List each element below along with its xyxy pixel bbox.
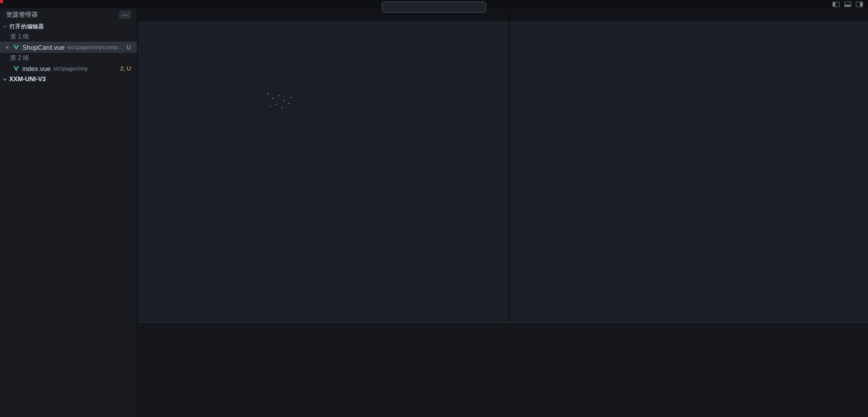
layout-sidebar-icon[interactable] xyxy=(833,1,840,9)
open-editor-shopcard-vue[interactable]: ×ShopCard.vuesrc\pages\my\comp...U xyxy=(0,42,137,53)
explorer-title: 资源管理器 xyxy=(6,11,38,19)
open-editors-label: 打开的编辑器 xyxy=(10,23,44,30)
open-editor-index-vue[interactable]: index.vuesrc\pages\my2, U xyxy=(0,63,137,74)
breadcrumb xyxy=(138,21,509,32)
explorer-sidebar: 资源管理器 ⋯ 打开的编辑器 第 1 组×ShopCard.vuesrc\pag… xyxy=(0,8,137,417)
editor-group-right xyxy=(510,8,868,322)
file-name: ShopCard.vue xyxy=(22,44,64,51)
git-badge: 2, U xyxy=(120,65,133,72)
vue-icon xyxy=(13,45,20,50)
bottom-panel xyxy=(138,322,868,417)
close-icon[interactable]: × xyxy=(4,44,10,51)
workspace-root[interactable]: XXM-UNI-V3 xyxy=(0,74,137,84)
screen-speckles xyxy=(268,93,269,94)
breadcrumb xyxy=(510,21,868,32)
file-name: index.vue xyxy=(22,65,51,73)
tab-bar xyxy=(510,8,868,21)
chevron-down-icon xyxy=(2,24,8,29)
more-actions-icon[interactable]: ⋯ xyxy=(119,11,131,19)
file-path: src\pages\my xyxy=(53,65,118,72)
file-path: src\pages\my\comp... xyxy=(67,44,124,50)
vscode-window: 资源管理器 ⋯ 打开的编辑器 第 1 组×ShopCard.vuesrc\pag… xyxy=(0,0,868,417)
panel-tab-bar xyxy=(138,323,868,336)
code-editor[interactable] xyxy=(138,32,509,322)
layout-secondary-sidebar-icon[interactable] xyxy=(856,1,863,9)
open-editors-list: 第 1 组×ShopCard.vuesrc\pages\my\comp...U第… xyxy=(0,31,137,74)
command-center-search[interactable] xyxy=(382,2,486,13)
vue-icon xyxy=(13,66,20,72)
git-badge: U xyxy=(127,44,133,50)
editor-group-label: 第 2 组 xyxy=(0,53,137,63)
chevron-down-icon xyxy=(2,77,8,82)
workspace-root-label: XXM-UNI-V3 xyxy=(9,76,46,83)
editor-group-label: 第 1 组 xyxy=(0,31,137,42)
titlebar-layout-icons xyxy=(833,1,863,9)
terminal[interactable] xyxy=(138,336,868,341)
explorer-header: 资源管理器 ⋯ xyxy=(0,8,137,21)
layout-panel-icon[interactable] xyxy=(844,1,851,9)
editor-area xyxy=(138,8,868,322)
titlebar xyxy=(0,0,868,8)
open-editors-header[interactable]: 打开的编辑器 xyxy=(0,21,137,31)
panel-actions xyxy=(792,323,868,336)
editor-group-left xyxy=(138,8,510,322)
code-editor[interactable] xyxy=(510,32,868,322)
